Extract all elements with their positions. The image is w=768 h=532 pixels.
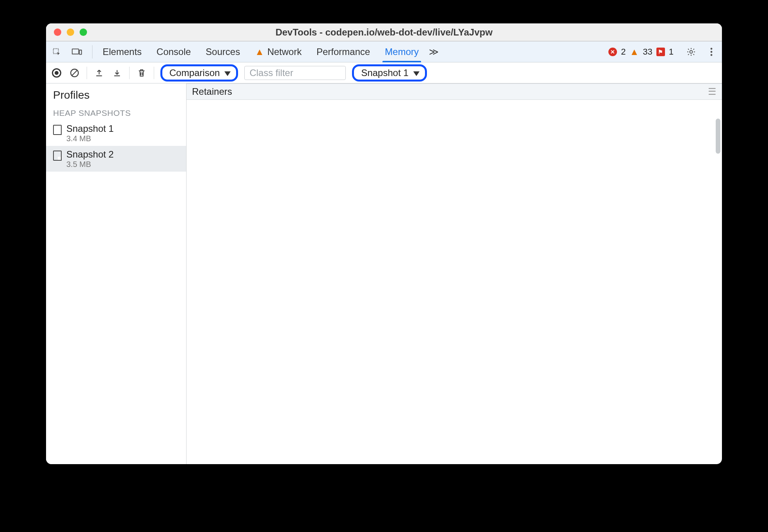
trash-icon[interactable] <box>136 67 148 79</box>
profiles-title: Profiles <box>46 83 186 105</box>
snapshot-icon <box>53 125 62 135</box>
tab-performance[interactable]: Performance <box>316 41 370 62</box>
snapshot-item[interactable]: Snapshot 13.4 MB <box>46 120 186 146</box>
warning-icon: ▲ <box>630 46 639 57</box>
memory-toolbar: Comparison Class filter Snapshot 1 <box>46 62 722 83</box>
tab-console[interactable]: Console <box>156 41 191 62</box>
tab-bar: ElementsConsoleSources▲NetworkPerformanc… <box>46 41 722 62</box>
titlebar: DevTools - codepen.io/web-dot-dev/live/L… <box>46 23 722 41</box>
tab-elements[interactable]: Elements <box>103 41 142 62</box>
retainers-header: Retainers ☰ <box>187 83 722 100</box>
chevron-down-icon <box>224 67 231 78</box>
scrollbar-thumb[interactable] <box>716 119 720 154</box>
snapshot-item[interactable]: Snapshot 23.5 MB <box>46 146 186 172</box>
tab-memory[interactable]: Memory <box>385 41 419 62</box>
svg-point-6 <box>711 54 713 56</box>
issues-icon: ⚑ <box>656 48 665 56</box>
panel-menu-icon[interactable]: ☰ <box>708 86 716 97</box>
tab-sources[interactable]: Sources <box>206 41 240 62</box>
chevron-down-icon <box>413 67 420 78</box>
base-snapshot-select[interactable]: Snapshot 1 <box>352 64 427 82</box>
record-icon[interactable] <box>51 67 62 79</box>
tabs-overflow[interactable]: ≫ <box>429 46 439 57</box>
more-icon[interactable] <box>706 47 716 57</box>
device-toolbar-icon[interactable] <box>72 47 82 57</box>
error-icon: ✕ <box>608 48 617 56</box>
class-filter-input[interactable]: Class filter <box>244 66 346 80</box>
clear-icon[interactable] <box>69 67 80 79</box>
inspect-element-icon[interactable] <box>52 47 62 57</box>
profiles-section: HEAP SNAPSHOTS <box>46 105 186 120</box>
settings-icon[interactable] <box>686 47 696 57</box>
svg-rect-1 <box>72 49 79 54</box>
close-icon[interactable] <box>54 28 61 36</box>
maximize-icon[interactable] <box>80 28 87 36</box>
svg-point-4 <box>711 48 713 50</box>
load-icon[interactable] <box>93 67 105 79</box>
minimize-icon[interactable] <box>67 28 74 36</box>
profiles-sidebar: Profiles HEAP SNAPSHOTS Snapshot 13.4 MB… <box>46 83 187 464</box>
svg-point-3 <box>690 50 693 53</box>
save-icon[interactable] <box>111 67 123 79</box>
svg-rect-2 <box>80 50 82 54</box>
tab-network[interactable]: ▲Network <box>255 41 302 62</box>
svg-point-5 <box>711 51 713 53</box>
window-title: DevTools - codepen.io/web-dot-dev/live/L… <box>46 27 722 38</box>
view-mode-select[interactable]: Comparison <box>160 64 238 82</box>
devtools-window: DevTools - codepen.io/web-dot-dev/live/L… <box>46 23 722 464</box>
status-counters[interactable]: ✕2 ▲33 ⚑1 <box>608 46 674 57</box>
snapshot-icon <box>53 151 62 161</box>
